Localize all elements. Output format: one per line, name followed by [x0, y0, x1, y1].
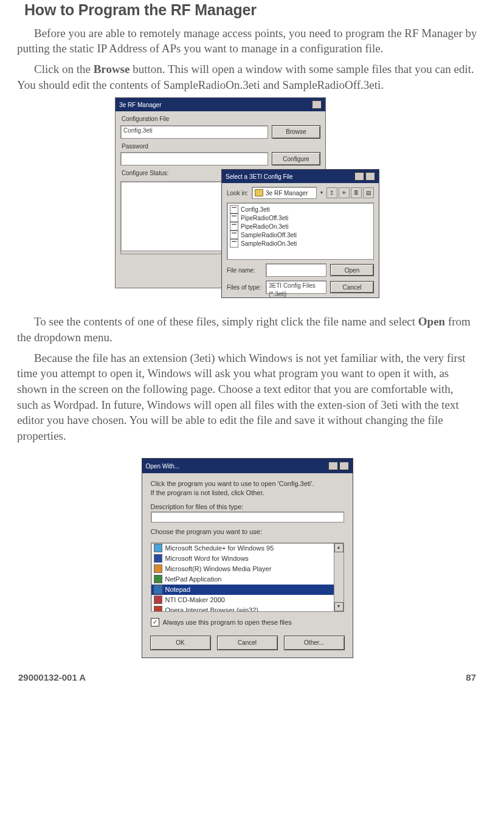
program-icon	[154, 564, 162, 573]
description-input[interactable]	[151, 512, 344, 522]
list-item[interactable]: SampleRadioOff.3eti	[230, 231, 371, 239]
file-name: PipeRadioOn.3eti	[241, 223, 288, 231]
program-list[interactable]: Microsoft Schedule+ for Windows 95Micros…	[151, 543, 344, 612]
list-view-icon[interactable]: ≣	[351, 187, 362, 198]
program-icon	[154, 544, 162, 552]
cancel-button[interactable]: Cancel	[330, 281, 374, 293]
p2-pre: Click on the	[34, 63, 94, 75]
look-in-select[interactable]: 3e RF Manager	[252, 187, 317, 199]
program-name: NetPad Application	[165, 575, 222, 584]
file-name: SampleRadioOn.3eti	[241, 240, 297, 248]
file-icon	[230, 213, 238, 222]
file-dialog-titlebar: Select a 3ETI Config File	[222, 170, 379, 183]
close-icon[interactable]	[339, 462, 349, 470]
file-name-label: File name:	[227, 266, 262, 275]
scroll-up-icon[interactable]: ▴	[334, 543, 343, 552]
other-button[interactable]: Other...	[284, 636, 345, 650]
list-item[interactable]: Notepad	[151, 585, 343, 595]
program-scrollbar[interactable]	[334, 543, 343, 611]
password-label: Password	[122, 142, 319, 151]
browse-button[interactable]: Browse	[272, 125, 320, 139]
list-item[interactable]: PipeRadioOn.3eti	[230, 222, 371, 231]
list-item[interactable]: Config.3eti	[230, 205, 371, 213]
file-name: SampleRadioOff.3eti	[241, 231, 297, 240]
list-item[interactable]: Opera Internet Browser (win32)	[151, 605, 343, 612]
open-with-dialog: Open With... Click the program you want …	[142, 458, 353, 658]
choose-program-label: Choose the program you want to use:	[151, 527, 344, 536]
list-item[interactable]: Microsoft Word for Windows	[151, 554, 343, 564]
program-name: Microsoft(R) Windows Media Player	[165, 564, 272, 574]
description-label: Description for files of this type:	[151, 502, 344, 512]
close-icon[interactable]	[365, 172, 375, 181]
list-item[interactable]: PipeRadioOff.3eti	[230, 213, 371, 222]
file-icon	[230, 222, 238, 231]
footer-page-number: 87	[466, 672, 476, 684]
help-icon[interactable]	[328, 462, 338, 470]
open-with-message-1: Click the program you want to use to ope…	[151, 479, 344, 488]
details-view-icon[interactable]: ▤	[363, 187, 374, 198]
password-input[interactable]	[120, 152, 268, 165]
look-in-value: 3e RF Manager	[266, 189, 308, 198]
chevron-down-icon[interactable]: ▾	[320, 190, 323, 196]
paragraph-2: Click on the Browse button. This will op…	[17, 61, 477, 92]
ok-button[interactable]: OK	[150, 636, 211, 650]
file-dialog-title: Select a 3ETI Config File	[226, 173, 293, 181]
file-icon	[230, 239, 238, 248]
program-name: NTI CD-Maker 2000	[165, 595, 225, 605]
config-file-input[interactable]: Config.3eti	[120, 125, 268, 139]
open-button[interactable]: Open	[330, 264, 374, 276]
program-name: Notepad	[165, 585, 191, 594]
scroll-down-icon[interactable]: ▾	[334, 602, 343, 611]
cancel-button[interactable]: Cancel	[217, 636, 278, 650]
file-type-label: Files of type:	[227, 283, 262, 292]
file-icon	[230, 205, 238, 213]
file-icon	[230, 231, 238, 239]
file-name: PipeRadioOff.3eti	[241, 214, 288, 223]
open-with-titlebar: Open With...	[142, 459, 353, 473]
file-name: Config.3eti	[241, 206, 270, 214]
file-list[interactable]: Config.3eti PipeRadioOff.3eti PipeRadioO…	[227, 203, 374, 260]
list-item[interactable]: NTI CD-Maker 2000	[151, 595, 343, 605]
figure-1-wrap: 3e RF Manager Configuration File Config.…	[17, 97, 477, 305]
program-icon	[154, 606, 162, 612]
program-name: Microsoft Schedule+ for Windows 95	[165, 544, 274, 553]
configure-button[interactable]: Configure	[272, 152, 320, 165]
file-name-input[interactable]	[266, 263, 326, 277]
help-icon[interactable]	[354, 172, 364, 181]
program-icon	[154, 554, 162, 563]
paragraph-3: To see the contents of one of these file…	[17, 314, 477, 345]
program-icon	[154, 575, 162, 583]
paragraph-1: Before you are able to remotely manage a…	[17, 26, 477, 57]
page-footer: 29000132-001 A 87	[17, 672, 477, 684]
p2-bold: Browse	[94, 63, 130, 75]
page-heading: How to Program the RF Manager	[24, 0, 477, 21]
program-name: Opera Internet Browser (win32)	[165, 606, 258, 612]
list-item[interactable]: Microsoft Schedule+ for Windows 95	[151, 543, 343, 554]
figure-2-wrap: Open With... Click the program you want …	[17, 458, 477, 658]
open-with-message-2: If the program is not listed, click Othe…	[151, 488, 344, 498]
p3-bold: Open	[418, 315, 445, 328]
figure-1: 3e RF Manager Configuration File Config.…	[115, 97, 379, 305]
open-with-title: Open With...	[146, 462, 180, 471]
file-type-select[interactable]: 3ETI Config Files (*.3eti)	[266, 280, 326, 294]
program-icon	[154, 595, 162, 604]
rf-manager-titlebar: 3e RF Manager	[116, 98, 325, 111]
list-item[interactable]: Microsoft(R) Windows Media Player	[151, 564, 343, 574]
always-use-label: Always use this program to open these fi…	[163, 618, 292, 627]
file-open-dialog: Select a 3ETI Config File Look in: 3e RF…	[221, 169, 379, 298]
rf-manager-title: 3e RF Manager	[119, 101, 161, 109]
p3-pre: To see the contents of one of these file…	[34, 315, 418, 328]
list-item[interactable]: NetPad Application	[151, 574, 343, 585]
footer-doc-number: 29000132-001 A	[18, 672, 86, 684]
always-use-checkbox[interactable]: ✓	[151, 618, 159, 627]
look-in-label: Look in:	[227, 189, 248, 198]
paragraph-4: Because the file has an extension (3eti)…	[17, 350, 477, 444]
up-folder-icon[interactable]: ↥	[326, 187, 337, 198]
config-file-label: Configuration File	[122, 115, 319, 123]
list-item[interactable]: SampleRadioOn.3eti	[230, 239, 371, 248]
new-folder-icon[interactable]: ✳	[339, 187, 350, 198]
folder-icon	[255, 189, 263, 196]
close-icon[interactable]	[312, 100, 322, 109]
program-name: Microsoft Word for Windows	[165, 554, 249, 563]
program-icon	[154, 585, 162, 594]
